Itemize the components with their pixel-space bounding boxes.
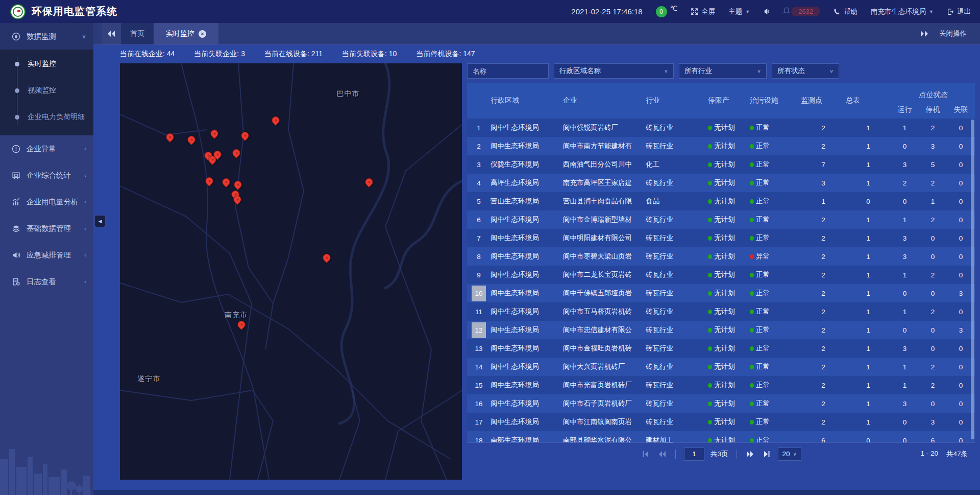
sidebar-item-label: 日志查看	[27, 277, 84, 287]
collapse-panel-button[interactable]: ◀	[94, 215, 106, 227]
sidebar-item-企业综合统计[interactable]: 企业综合统计‹	[0, 162, 93, 188]
tab-scroll-left-button[interactable]	[102, 23, 121, 44]
cell-industry: 建材加工	[646, 431, 708, 442]
status-dot-icon	[750, 126, 754, 130]
sound-toggle-button[interactable]	[763, 8, 770, 15]
table-scrollbar[interactable]	[971, 120, 974, 439]
industry-filter-select[interactable]: 所有行业∨	[679, 63, 767, 79]
sidebar-item-label: 数据监测	[27, 32, 82, 41]
layers-icon	[11, 224, 20, 233]
cell-industry: 食品	[646, 192, 708, 210]
tab-scroll-right-button[interactable]	[915, 23, 934, 44]
cell-facility-status: 正常	[750, 302, 801, 321]
cell-company: 阆中千佛镇五郎垭页岩	[563, 284, 646, 302]
close-operations-button[interactable]: 关闭操作	[934, 23, 980, 44]
help-button[interactable]: 帮助	[834, 7, 857, 16]
fullscreen-button[interactable]: 全屏	[691, 7, 715, 16]
column-header-企业: 企业	[563, 83, 646, 119]
range-text: 1 - 20	[920, 450, 938, 459]
table-row[interactable]: 10阆中生态环境局阆中千佛镇五郎垭页岩砖瓦行业无计划正常21003	[467, 284, 975, 302]
sidebar-item-企业异常[interactable]: 企业异常‹	[0, 135, 93, 162]
cell-facility-status: 正常	[750, 119, 801, 137]
table-row[interactable]: 16阆中生态环境局阆中市石子页岩机砖厂砖瓦行业无计划正常21300	[467, 394, 975, 413]
cell-total-meters: 0	[846, 431, 891, 442]
cell-region: 阆中生态环境局	[491, 394, 563, 413]
prev-page-button[interactable]	[657, 449, 667, 459]
phone-icon	[834, 8, 841, 15]
table-body: 1阆中生态环境局阆中强锐页岩砖厂砖瓦行业无计划正常211202阆中生态环境局阆中…	[467, 119, 975, 442]
cell-stop-count: 2	[919, 302, 947, 321]
cell-region: 阆中生态环境局	[491, 413, 563, 431]
logout-button[interactable]: 退出	[947, 7, 971, 16]
table-row[interactable]: 4高坪生态环境局南充市高坪区王家店建砖瓦行业无计划正常31220	[467, 174, 975, 192]
cell-facility-status: 正常	[750, 174, 801, 192]
tab-首页[interactable]: 首页	[121, 23, 154, 44]
sidebar-section-2: 企业综合统计‹	[0, 162, 93, 188]
table-row[interactable]: 1阆中生态环境局阆中强锐页岩砖厂砖瓦行业无计划正常21120	[467, 119, 975, 137]
table-row[interactable]: 5营山生态环境局营山县润丰肉食品有限食品无计划正常10010	[467, 192, 975, 210]
status-dot-icon	[750, 328, 754, 333]
cell-facility-status: 正常	[750, 284, 801, 302]
sidebar-subitem-企业电力负荷明细[interactable]: 企业电力负荷明细	[0, 104, 93, 130]
cell-facility-status: 正常	[750, 229, 801, 247]
cell-region: 阆中生态环境局	[491, 358, 563, 376]
page-size-select[interactable]: 20∨	[778, 447, 801, 461]
first-page-button[interactable]	[641, 449, 651, 459]
cell-total-meters: 1	[846, 321, 891, 339]
cell-company: 西南油气田分公司川中	[563, 155, 646, 174]
status-filter-select[interactable]: 所有状态∨	[772, 63, 839, 79]
cell-facility-status: 正常	[750, 155, 801, 174]
sidebar-subitem-实时监控[interactable]: 实时监控	[0, 51, 93, 77]
table-row[interactable]: 11阆中生态环境局阆中市五马桥页岩机砖砖瓦行业无计划正常21120	[467, 302, 975, 321]
chevron-down-icon: ▼	[745, 9, 750, 14]
table-row[interactable]: 18南部生态环境局南部县砌华水泥有限公建材加工无计划正常60060	[467, 431, 975, 442]
cell-stop-count: 0	[919, 247, 947, 266]
cell-region: 阆中生态环境局	[491, 302, 563, 321]
table-row[interactable]: 6阆中生态环境局阆中市金博瑞新型墙材砖瓦行业无计划正常21120	[467, 210, 975, 229]
status-dot-icon	[708, 199, 712, 204]
cell-region: 南部生态环境局	[491, 431, 563, 442]
table-row[interactable]: 3仪陇生态环境局西南油气田分公司川中化工无计划正常71350	[467, 155, 975, 174]
column-header-停限产: 停限产	[708, 83, 750, 119]
cell-facility-status: 正常	[750, 321, 801, 339]
sidebar-item-数据监测[interactable]: 数据监测∨	[0, 23, 93, 50]
cell-run-count: 0	[891, 321, 919, 339]
next-page-button[interactable]	[745, 449, 755, 459]
theme-dropdown[interactable]: 主题 ▼	[728, 7, 750, 16]
table-row[interactable]: 15阆中生态环境局阆中市光富页岩机砖厂砖瓦行业无计划正常21120	[467, 376, 975, 394]
table-row[interactable]: 9阆中生态环境局阆中市二龙长宝页岩砖砖瓦行业无计划正常21120	[467, 266, 975, 284]
notification-button[interactable]: 2632	[783, 7, 820, 16]
org-dropdown[interactable]: 南充市生态环境局 ▼	[871, 7, 934, 16]
last-page-button[interactable]	[762, 449, 772, 459]
chart-icon	[11, 197, 20, 206]
name-filter-input[interactable]	[467, 63, 549, 79]
table-row[interactable]: 14阆中生态环境局阆中大兴页岩机砖厂砖瓦行业无计划正常21120	[467, 358, 975, 376]
close-icon[interactable]: ×	[199, 30, 206, 38]
sidebar-subitem-视频监控[interactable]: 视频监控	[0, 77, 93, 104]
cell-seq: 16	[467, 394, 491, 413]
status-dot-icon	[750, 162, 754, 167]
table-row[interactable]: 13阆中生态环境局阆中市金福旺页岩机砖砖瓦行业无计划正常21300	[467, 339, 975, 358]
sidebar-item-企业用电量分析[interactable]: 企业用电量分析‹	[0, 188, 93, 215]
sidebar-item-应急减排管理[interactable]: 应急减排管理‹	[0, 242, 93, 268]
cell-run-count: 0	[891, 284, 919, 302]
sidebar-item-日志查看[interactable]: 日志查看‹	[0, 268, 93, 295]
table-row[interactable]: 2阆中生态环境局阆中市南方节能建材有砖瓦行业无计划正常21030	[467, 137, 975, 155]
region-filter-select[interactable]: 行政区域名称∨	[554, 63, 674, 79]
cell-seq: 17	[467, 413, 491, 431]
page-number-input[interactable]	[684, 447, 704, 461]
table-row[interactable]: 7阆中生态环境局阆中明阳建材有限公司砖瓦行业无计划正常21300	[467, 229, 975, 247]
cell-facility-status: 正常	[750, 210, 801, 229]
cell-facility-status: 正常	[750, 266, 801, 284]
sidebar-item-基础数据管理[interactable]: 基础数据管理‹	[0, 215, 93, 242]
status-dot-icon	[750, 310, 754, 314]
cell-plan-status: 无计划	[708, 247, 750, 266]
table-row[interactable]: 17阆中生态环境局阆中市江南镇阆南页岩砖瓦行业无计划正常21030	[467, 413, 975, 431]
tab-实时监控[interactable]: 实时监控×	[154, 23, 218, 44]
map-panel[interactable]: 巴中市南充市遂宁市	[120, 63, 462, 480]
table-row[interactable]: 8阆中生态环境局阆中市枣碧大梁山页岩砖瓦行业无计划异常21300	[467, 247, 975, 266]
cell-run-count: 1	[891, 266, 919, 284]
cell-total-meters: 1	[846, 210, 891, 229]
table-row[interactable]: 12阆中生态环境局阆中市忠信建材有限公砖瓦行业无计划正常21003	[467, 321, 975, 339]
log-icon	[11, 277, 20, 286]
